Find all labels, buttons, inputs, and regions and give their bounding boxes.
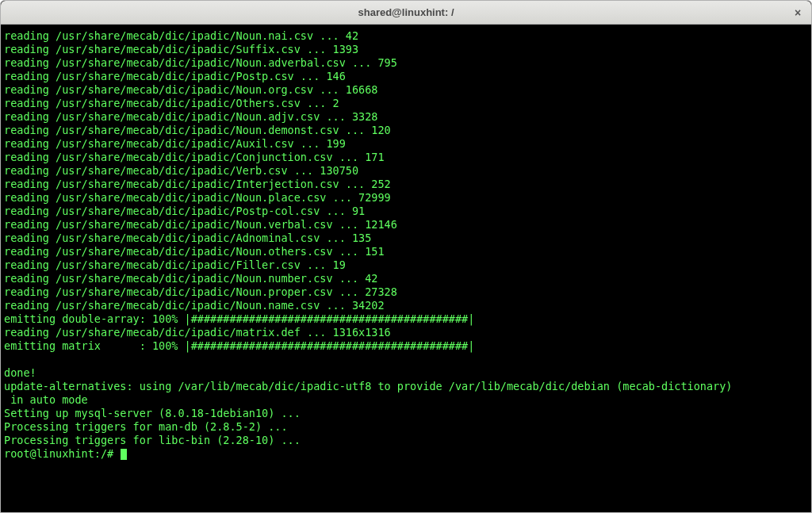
terminal-line: reading /usr/share/mecab/dic/ipadic/matr…: [4, 326, 808, 339]
terminal-line: Processing triggers for libc-bin (2.28-1…: [4, 434, 808, 447]
terminal-line: reading /usr/share/mecab/dic/ipadic/Suff…: [4, 43, 808, 56]
window-title: shared@linuxhint: /: [358, 6, 454, 18]
terminal-line: reading /usr/share/mecab/dic/ipadic/Post…: [4, 70, 808, 83]
terminal-line: reading /usr/share/mecab/dic/ipadic/Noun…: [4, 83, 808, 97]
terminal-line: reading /usr/share/mecab/dic/ipadic/Noun…: [4, 124, 808, 137]
terminal-line: reading /usr/share/mecab/dic/ipadic/Inte…: [4, 178, 808, 191]
terminal-line: [4, 353, 808, 366]
terminal-prompt[interactable]: root@linuxhint:/#: [4, 447, 808, 461]
terminal-line: reading /usr/share/mecab/dic/ipadic/Noun…: [4, 245, 808, 258]
titlebar: shared@linuxhint: / ×: [1, 1, 811, 25]
terminal-line: reading /usr/share/mecab/dic/ipadic/Adno…: [4, 232, 808, 245]
terminal-line: reading /usr/share/mecab/dic/ipadic/Othe…: [4, 97, 808, 110]
terminal-line: done!: [4, 366, 808, 380]
terminal-line: Processing triggers for man-db (2.8.5-2)…: [4, 420, 808, 434]
terminal-line: in auto mode: [4, 393, 808, 407]
terminal-line: reading /usr/share/mecab/dic/ipadic/Noun…: [4, 285, 808, 299]
terminal-line: reading /usr/share/mecab/dic/ipadic/Noun…: [4, 56, 808, 70]
terminal-window: shared@linuxhint: / × reading /usr/share…: [0, 0, 812, 513]
terminal-line: reading /usr/share/mecab/dic/ipadic/Conj…: [4, 151, 808, 164]
terminal-line: reading /usr/share/mecab/dic/ipadic/Fill…: [4, 258, 808, 272]
terminal-line: Setting up mysql-server (8.0.18-1debian1…: [4, 407, 808, 420]
terminal-output[interactable]: reading /usr/share/mecab/dic/ipadic/Noun…: [1, 25, 811, 512]
terminal-line: reading /usr/share/mecab/dic/ipadic/Noun…: [4, 272, 808, 285]
terminal-line: update-alternatives: using /var/lib/meca…: [4, 380, 808, 393]
terminal-line: emitting double-array: 100% |###########…: [4, 312, 808, 326]
terminal-line: emitting matrix : 100% |################…: [4, 339, 808, 353]
terminal-line: reading /usr/share/mecab/dic/ipadic/Verb…: [4, 164, 808, 178]
cursor: [121, 449, 127, 460]
terminal-line: reading /usr/share/mecab/dic/ipadic/Noun…: [4, 191, 808, 205]
terminal-line: reading /usr/share/mecab/dic/ipadic/Noun…: [4, 110, 808, 124]
terminal-line: reading /usr/share/mecab/dic/ipadic/Noun…: [4, 29, 808, 43]
terminal-line: reading /usr/share/mecab/dic/ipadic/Auxi…: [4, 137, 808, 151]
terminal-line: reading /usr/share/mecab/dic/ipadic/Noun…: [4, 299, 808, 312]
terminal-line: reading /usr/share/mecab/dic/ipadic/Post…: [4, 205, 808, 218]
terminal-line: reading /usr/share/mecab/dic/ipadic/Noun…: [4, 218, 808, 232]
close-icon[interactable]: ×: [791, 6, 805, 20]
